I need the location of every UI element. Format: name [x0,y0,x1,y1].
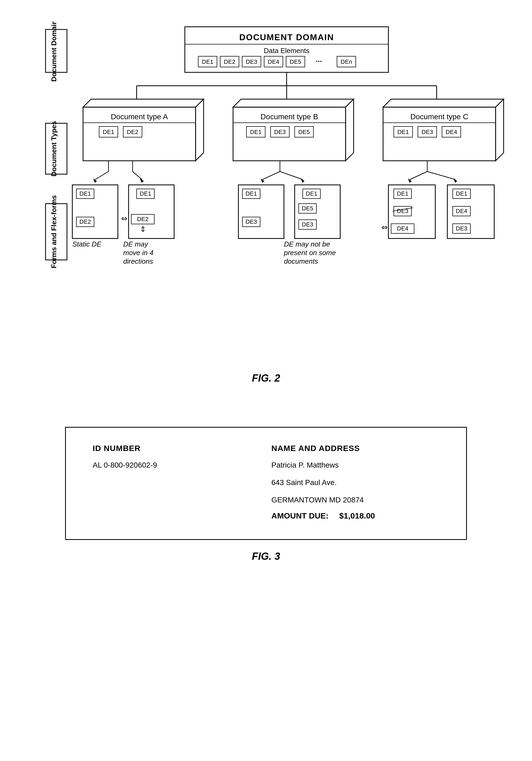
svg-marker-19 [83,99,204,107]
svg-marker-33 [496,99,504,161]
form-b2-de1: DE1 [306,190,317,197]
form-b2-de5: DE5 [302,205,313,212]
de5-domain: DE5 [290,58,301,65]
de1-domain: DE1 [202,58,214,65]
name-address-label: NAME AND ADDRESS [271,444,439,453]
form-a2-de2-flex: DE2 [137,216,149,222]
svg-line-40 [95,171,109,180]
caption-static: Static DE [72,240,101,248]
de2-domain: DE2 [224,58,236,65]
fig2-label: FIG. 2 [22,373,510,384]
caption-notpresent2: present on some [284,249,336,257]
svg-marker-49 [301,178,304,183]
domain-label: Document Domain [50,22,58,82]
svg-marker-26 [346,99,353,161]
id-number-value: AL 0-800-920602-9 [93,459,261,471]
domain-title: DOCUMENT DOMAIN [239,32,334,42]
den-domain: DEn [341,58,352,65]
de1-type-c: DE1 [398,129,409,135]
svg-marker-54 [453,178,457,183]
caption-notpresent1: DE may not be [284,240,330,248]
de4-type-c: DE4 [446,129,457,135]
fig3-section: ID NUMBER AL 0-800-920602-9 NAME AND ADD… [16,405,516,578]
form-c2-de4: DE4 [456,208,467,214]
caption-move2: move in 4 [123,249,153,257]
fig2-diagram: Document Domain Document Types Forms and… [16,11,516,405]
fig2-svg: Document Domain Document Types Forms and… [43,22,530,364]
name-line3: GERMANTOWN MD 20874 [271,494,439,506]
types-label: Document Types [50,121,58,177]
de3-domain: DE3 [246,58,257,65]
doc-type-c-title: Document type C [410,113,468,121]
flex-arrow-v-a: ⇕ [140,225,146,233]
form-a1-de2: DE2 [80,218,91,225]
svg-line-43 [133,171,142,180]
flex-arrow-h-a: ⇔ [121,214,127,223]
svg-line-46 [262,171,280,180]
svg-marker-32 [383,99,504,107]
name-line1: Patricia P. Matthews [271,459,439,471]
form-b1-de3: DE3 [246,218,257,225]
de5-type-b: DE5 [298,129,310,135]
form-c1-de4-flex: DE4 [397,225,408,232]
fig3-left-col: ID NUMBER AL 0-800-920602-9 [87,441,266,523]
form-a2-de1: DE1 [140,190,151,197]
de2-type-a: DE2 [127,129,138,135]
de4-domain: DE4 [268,58,279,65]
caption-notpresent3: documents [284,257,318,265]
forms-label: Forms and Flex-forms [50,195,58,268]
svg-line-53 [427,171,455,180]
de1-type-b: DE1 [250,129,262,135]
de3-type-c: DE3 [422,129,433,135]
form-b1-de1: DE1 [246,190,257,197]
form-c2-de3: DE3 [456,225,467,232]
form-a1-de1: DE1 [80,190,91,197]
flex-arrow-h-c1: ⇔ [382,223,388,232]
de1-type-a: DE1 [103,129,114,135]
fig3-label: FIG. 3 [252,551,280,562]
svg-line-51 [410,171,427,180]
doc-type-a-title: Document type A [111,113,168,121]
caption-move1: DE may [123,240,148,248]
form-b2-de3: DE3 [302,221,313,228]
data-elements-label: Data Elements [264,47,310,55]
form-c1-de1: DE1 [397,190,408,197]
id-number-label: ID NUMBER [93,444,261,453]
fig3-grid: ID NUMBER AL 0-800-920602-9 NAME AND ADD… [87,441,445,523]
svg-marker-20 [195,99,204,161]
svg-line-48 [280,171,303,180]
amount-label: AMOUNT DUE: [271,511,328,520]
caption-move3: directions [123,257,153,265]
dots-domain: ··· [316,57,322,65]
svg-marker-25 [233,99,353,107]
de3-type-b: DE3 [274,129,286,135]
name-line2: 643 Saint Paul Ave. [271,477,439,489]
form-c2-de1: DE1 [456,190,467,197]
fig3-right-col: NAME AND ADDRESS Patricia P. Matthews 64… [266,441,445,523]
doc-type-b-title: Document type B [261,113,318,121]
fig3-form: ID NUMBER AL 0-800-920602-9 NAME AND ADD… [65,427,467,540]
amount-value: $1,018.00 [339,511,375,520]
amount-row: AMOUNT DUE: $1,018.00 [271,511,439,520]
